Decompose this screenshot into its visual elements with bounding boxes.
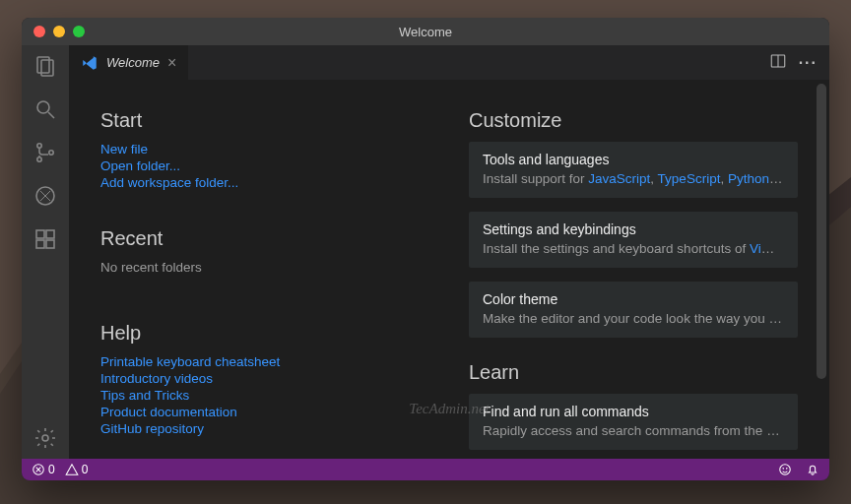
customize-card-theme[interactable]: Color theme Make the editor and your cod… — [469, 282, 798, 338]
help-link-videos[interactable]: Introductory videos — [100, 371, 429, 386]
start-link-open-folder[interactable]: Open folder... — [100, 158, 429, 173]
status-warnings[interactable]: 0 — [65, 463, 89, 476]
split-editor-icon[interactable] — [769, 52, 787, 74]
tab-label: Welcome — [106, 55, 160, 70]
svg-point-17 — [783, 469, 784, 470]
recent-empty-text: No recent folders — [100, 260, 429, 275]
card-desc: Rapidly access and search commands from … — [483, 423, 784, 438]
source-control-icon[interactable] — [33, 140, 58, 165]
start-link-add-workspace[interactable]: Add workspace folder... — [100, 175, 429, 190]
editor-area: Welcome × ··· Start New file Open folder… — [69, 45, 829, 459]
extensions-icon[interactable] — [33, 226, 58, 252]
start-link-new-file[interactable]: New file — [100, 142, 429, 157]
help-heading: Help — [100, 322, 429, 345]
settings-gear-icon[interactable] — [33, 425, 58, 451]
recent-heading: Recent — [100, 227, 429, 250]
maximize-window-button[interactable] — [73, 26, 85, 37]
svg-rect-8 — [36, 230, 44, 238]
svg-point-16 — [780, 465, 791, 475]
status-errors[interactable]: 0 — [32, 463, 55, 476]
activity-bar — [22, 45, 69, 459]
feedback-smiley-icon[interactable] — [778, 463, 792, 476]
card-desc: Install the settings and keyboard shortc… — [483, 241, 784, 256]
search-icon[interactable] — [33, 96, 58, 122]
svg-rect-11 — [46, 240, 54, 248]
help-link-github[interactable]: GitHub repository — [100, 421, 429, 436]
start-heading: Start — [100, 109, 429, 132]
tab-welcome[interactable]: Welcome × — [69, 45, 188, 80]
svg-rect-10 — [36, 240, 44, 248]
card-desc: Install support for JavaScript, TypeScri… — [483, 171, 784, 186]
svg-point-2 — [37, 101, 49, 113]
minimize-window-button[interactable] — [53, 26, 65, 37]
customize-card-tools[interactable]: Tools and languages Install support for … — [469, 142, 798, 198]
help-link-tips[interactable]: Tips and Tricks — [100, 388, 429, 403]
card-title: Settings and keybindings — [483, 221, 784, 237]
svg-point-6 — [49, 151, 53, 155]
svg-point-5 — [37, 158, 41, 161]
close-tab-icon[interactable]: × — [167, 54, 176, 72]
help-link-cheatsheet[interactable]: Printable keyboard cheatsheet — [100, 354, 429, 369]
vertical-scrollbar[interactable] — [817, 84, 826, 379]
svg-line-3 — [48, 112, 54, 118]
card-title: Find and run all commands — [483, 404, 784, 419]
explorer-icon[interactable] — [33, 53, 58, 79]
vscode-logo-icon — [81, 54, 98, 72]
svg-rect-9 — [46, 230, 54, 238]
svg-point-18 — [786, 469, 787, 470]
card-desc: Make the editor and your code look the w… — [483, 311, 784, 326]
customize-card-keybindings[interactable]: Settings and keybindings Install the set… — [469, 212, 798, 268]
card-title: Color theme — [483, 291, 784, 307]
card-title: Tools and languages — [483, 152, 784, 167]
customize-heading: Customize — [469, 109, 798, 132]
svg-point-4 — [37, 144, 41, 148]
app-window: Welcome Welcome × ··· — [22, 18, 829, 480]
more-actions-icon[interactable]: ··· — [799, 54, 818, 72]
learn-heading: Learn — [469, 361, 798, 384]
help-link-docs[interactable]: Product documentation — [100, 405, 429, 419]
close-window-button[interactable] — [33, 26, 45, 37]
debug-icon[interactable] — [33, 183, 58, 209]
window-title: Welcome — [399, 25, 452, 39]
title-bar: Welcome — [22, 18, 829, 45]
notifications-bell-icon[interactable] — [806, 463, 819, 476]
tab-bar: Welcome × ··· — [69, 45, 829, 80]
window-controls — [33, 26, 85, 37]
svg-point-12 — [42, 435, 48, 441]
status-bar: 0 0 — [22, 459, 829, 480]
learn-card-commands[interactable]: Find and run all commands Rapidly access… — [469, 394, 798, 450]
